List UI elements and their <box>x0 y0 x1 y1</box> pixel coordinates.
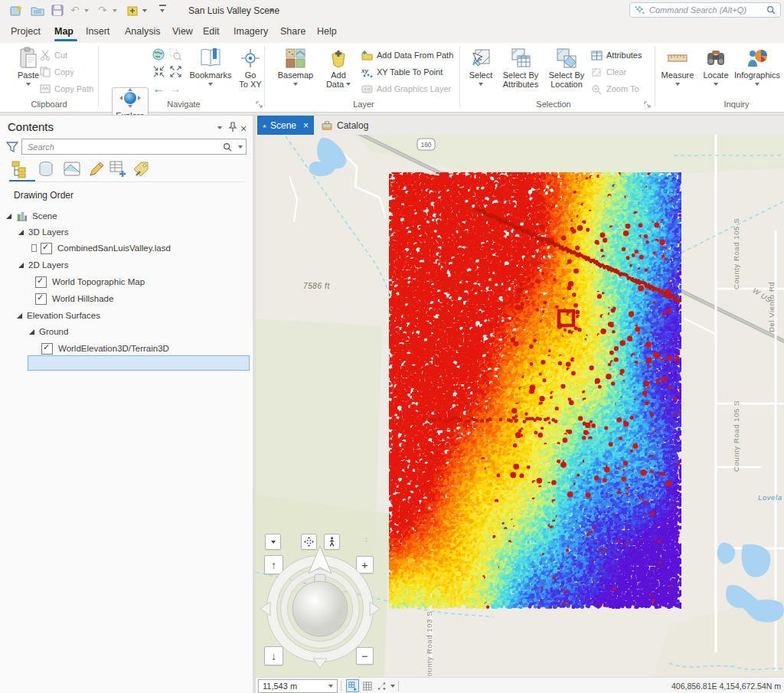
command-search-box[interactable]: Command Search (Alt+Q) <box>629 2 781 18</box>
add-data-from-path-button[interactable]: Add Data From Path <box>361 48 453 62</box>
search-icon[interactable] <box>766 5 776 15</box>
select-chevron[interactable] <box>479 83 483 86</box>
infographics-button[interactable]: Infographics <box>733 46 781 86</box>
add-data-chevron[interactable] <box>346 83 351 86</box>
full-extent-button[interactable] <box>152 47 165 61</box>
lidar-point-cloud[interactable] <box>389 172 681 609</box>
next-extent-button[interactable]: → <box>168 81 182 95</box>
fixed-zoom-in-button[interactable] <box>152 64 165 78</box>
project-title[interactable]: San Luis Valley Scene <box>188 5 279 16</box>
pane-menu-chevron[interactable] <box>217 126 222 129</box>
redo-dropdown-chevron[interactable] <box>113 9 117 12</box>
project-title-chevron[interactable] <box>270 9 274 12</box>
tree-item-terrain3d[interactable]: WorldElevation3D/Terrain3D <box>41 342 169 355</box>
tree-item-lasd-selection[interactable] <box>28 355 250 371</box>
scene-view-canvas[interactable]: 160 7586 ft County Road 105 S County Roa… <box>256 135 784 677</box>
contents-search-box[interactable]: Search <box>21 139 247 155</box>
save-project-icon[interactable] <box>51 4 64 18</box>
navigator-sphere[interactable] <box>292 581 348 636</box>
topo-checkbox[interactable] <box>35 276 47 288</box>
tree-item-elevation-surfaces[interactable]: Elevation Surfaces <box>17 309 100 322</box>
add-note-icon[interactable] <box>126 4 139 18</box>
cut-button[interactable]: Cut <box>40 48 67 62</box>
hillshade-checkbox[interactable] <box>35 293 47 305</box>
bookmarks-chevron[interactable] <box>208 83 213 86</box>
snap-mode-button[interactable] <box>346 679 359 692</box>
undo-button[interactable]: ↶ <box>70 4 80 16</box>
snapping-options-button[interactable] <box>375 679 388 692</box>
snapping-chevron[interactable] <box>390 685 395 688</box>
copy-button[interactable]: Copy <box>40 65 74 79</box>
select-by-location-button[interactable]: Select By Location <box>545 46 588 89</box>
locate-chevron[interactable] <box>714 83 718 86</box>
expand-icon[interactable] <box>17 313 22 319</box>
collapse-icon[interactable] <box>32 245 36 251</box>
measure-chevron[interactable] <box>675 83 680 86</box>
customize-toolbar-icon[interactable] <box>159 5 166 6</box>
selection-dialog-launcher[interactable] <box>644 101 652 109</box>
tree-item-scene[interactable]: Scene <box>6 209 57 223</box>
tab-edit[interactable]: Edit <box>203 26 220 37</box>
basemap-chevron[interactable] <box>293 83 298 86</box>
zoom-to-selection-small-button[interactable]: Zoom To <box>591 82 639 96</box>
copy-path-button[interactable]: Copy Path <box>40 82 93 96</box>
add-graphics-layer-button[interactable]: Add Graphics Layer <box>361 82 451 96</box>
expand-icon[interactable] <box>18 230 24 235</box>
add-note-dropdown-chevron[interactable] <box>142 9 147 12</box>
xy-table-to-point-button[interactable]: xy XY Table To Point <box>361 65 443 79</box>
tab-map[interactable]: Map <box>54 26 74 37</box>
tree-item-world-topographic[interactable]: World Topographic Map <box>35 275 145 289</box>
snapshot-icon[interactable] <box>63 160 81 178</box>
infographics-chevron[interactable] <box>755 83 760 86</box>
tab-project[interactable]: Project <box>11 26 41 37</box>
tree-item-2d-layers[interactable]: 2D Layers <box>18 258 68 272</box>
measure-button[interactable]: Measure <box>658 46 697 86</box>
tab-analysis[interactable]: Analysis <box>125 26 161 37</box>
clear-selection-button[interactable]: Clear <box>591 65 626 79</box>
tree-item-ground[interactable]: Ground <box>29 325 68 338</box>
expand-icon[interactable] <box>6 214 11 219</box>
tree-item-lasd[interactable]: CombinedSanLuisValley.lasd <box>32 241 171 255</box>
edit-pencil-icon[interactable] <box>87 160 106 178</box>
tab-share[interactable]: Share <box>280 26 305 37</box>
paste-chevron[interactable] <box>26 83 31 86</box>
list-by-drawing-order-icon[interactable] <box>11 160 29 178</box>
tab-view[interactable]: View <box>172 26 193 37</box>
new-project-icon[interactable] <box>9 4 23 18</box>
expand-icon[interactable] <box>29 329 34 335</box>
previous-extent-button[interactable]: ← <box>152 81 165 95</box>
fixed-zoom-out-button[interactable] <box>168 64 182 78</box>
redo-button[interactable]: ↷ <box>98 4 107 16</box>
customize-toolbar-chevron[interactable] <box>160 9 165 12</box>
expand-icon[interactable] <box>18 263 24 268</box>
lasd-checkbox[interactable] <box>41 243 52 254</box>
navigation-wheel[interactable] <box>259 544 381 675</box>
select-button[interactable]: Select <box>466 46 496 86</box>
search-options-chevron[interactable] <box>238 145 243 149</box>
open-project-icon[interactable] <box>31 4 44 18</box>
scale-selector[interactable]: 11,543 m <box>258 679 338 693</box>
go-to-xy-button[interactable]: Go To XY <box>236 46 265 89</box>
basemap-button[interactable]: Basemap <box>276 46 315 86</box>
select-by-attributes-button[interactable]: Select By Attributes <box>499 46 542 89</box>
tab-help[interactable]: Help <box>317 26 337 37</box>
tree-item-world-hillshade[interactable]: World Hillshade <box>35 292 113 306</box>
filter-icon[interactable] <box>6 141 18 153</box>
tab-scene-view[interactable]: Scene × <box>257 116 314 136</box>
tree-item-3d-layers[interactable]: 3D Layers <box>18 225 68 239</box>
tab-insert[interactable]: Insert <box>86 26 109 37</box>
search-icon[interactable] <box>223 142 232 152</box>
locate-button[interactable]: Locate <box>700 46 732 86</box>
bookmarks-button[interactable]: Bookmarks <box>188 46 233 86</box>
navigate-dialog-launcher[interactable] <box>256 101 263 109</box>
terrain-checkbox[interactable] <box>41 343 53 355</box>
close-pane-icon[interactable]: × <box>240 123 247 135</box>
tab-catalog-view[interactable]: Catalog <box>315 116 380 136</box>
pin-icon[interactable] <box>228 122 237 132</box>
attributes-button[interactable]: Attributes <box>591 48 642 62</box>
table-add-icon[interactable] <box>109 160 127 178</box>
add-data-button[interactable]: Add Data <box>322 46 355 89</box>
labeling-tag-icon[interactable] <box>132 160 150 178</box>
tab-imagery[interactable]: Imagery <box>234 26 268 37</box>
zoom-to-selection-button[interactable] <box>168 47 182 61</box>
